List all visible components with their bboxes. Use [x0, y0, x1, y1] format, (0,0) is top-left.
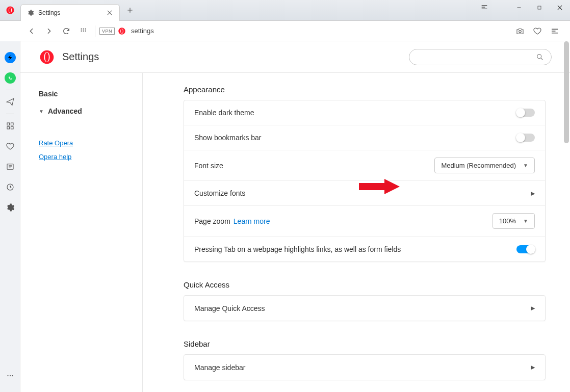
close-window-button[interactable]	[550, 0, 570, 15]
setting-label: Manage Quick Access	[194, 304, 531, 312]
my-flow-button[interactable]	[0, 92, 20, 112]
opera-help-link[interactable]: Opera help	[39, 150, 142, 164]
scrollbar-thumb[interactable]	[564, 41, 569, 143]
setting-page-zoom: Page zoom Learn more 100% ▼	[184, 206, 545, 237]
minimize-icon	[515, 4, 523, 11]
setting-bookmarks-bar[interactable]: Show bookmarks bar	[184, 125, 545, 150]
search-icon	[536, 53, 544, 61]
annotation-arrow-icon	[359, 179, 400, 194]
sidebar-card: Manage sidebar ▶	[184, 354, 546, 380]
setting-label: Page zoom	[194, 217, 230, 225]
divider	[6, 90, 14, 90]
chevron-down-icon: ▼	[523, 163, 528, 168]
whatsapp-icon	[5, 72, 16, 84]
maximize-icon	[536, 5, 542, 11]
chevron-right-icon: ▶	[531, 364, 535, 371]
chevron-right-icon: ▶	[531, 305, 535, 311]
news-icon	[6, 162, 15, 171]
chevron-right-icon: ▶	[531, 190, 535, 197]
setting-label: Enable dark theme	[194, 109, 516, 117]
settings-search-input[interactable]	[409, 49, 552, 65]
svg-marker-14	[359, 179, 400, 194]
quick-access-card: Manage Quick Access ▶	[184, 295, 546, 321]
select-value: Medium (Recommended)	[441, 162, 516, 169]
browser-toolbar: VPN settings	[20, 21, 570, 41]
chevron-down-icon: ▼	[523, 218, 528, 224]
grid-icon	[80, 27, 88, 35]
plus-icon	[126, 7, 134, 14]
chevron-down-icon: ▼	[39, 109, 44, 114]
more-button[interactable]	[0, 365, 20, 386]
nav-advanced[interactable]: ▼Advanced	[39, 102, 142, 120]
toggle-dark-theme[interactable]	[516, 109, 535, 117]
menu-icon	[480, 3, 488, 11]
divider	[95, 25, 95, 37]
tab-title: Settings	[38, 9, 102, 16]
tab-menu-button[interactable]	[480, 3, 488, 13]
rate-opera-link[interactable]: Rate Opera	[39, 136, 142, 150]
opera-menu-button[interactable]	[0, 0, 20, 21]
camera-icon	[515, 27, 525, 36]
settings-nav: Basic ▼Advanced Rate Opera Opera help	[20, 73, 143, 392]
send-icon	[6, 97, 15, 107]
toggle-bookmarks-bar[interactable]	[516, 134, 535, 142]
page-zoom-select[interactable]: 100% ▼	[493, 213, 535, 229]
opera-logo-icon	[39, 49, 55, 65]
select-value: 100%	[499, 217, 516, 225]
setting-manage-quick-access[interactable]: Manage Quick Access ▶	[184, 296, 545, 321]
setting-dark-theme[interactable]: Enable dark theme	[184, 100, 545, 125]
setting-font-size: Font size Medium (Recommended) ▼	[184, 150, 545, 181]
opera-logo-icon	[6, 6, 15, 15]
heart-icon	[533, 27, 542, 36]
minimize-button[interactable]	[509, 0, 529, 15]
setting-tab-highlights[interactable]: Pressing Tab on a webpage highlights lin…	[184, 237, 545, 262]
close-icon[interactable]	[106, 9, 113, 16]
settings-button[interactable]	[0, 197, 20, 218]
speed-dial-button[interactable]	[0, 116, 20, 136]
nav-label: Advanced	[48, 107, 82, 115]
new-tab-button[interactable]	[123, 3, 137, 17]
dots-icon	[6, 371, 15, 380]
bookmarks-button[interactable]	[0, 136, 20, 156]
gear-icon	[6, 203, 15, 212]
reload-icon	[62, 27, 70, 35]
speed-dial-button[interactable]	[76, 24, 91, 38]
news-button[interactable]	[0, 156, 20, 177]
setting-label: Show bookmarks bar	[194, 134, 516, 142]
nav-label: Basic	[39, 90, 58, 98]
page-title: Settings	[62, 51, 99, 63]
messenger-icon	[5, 52, 16, 63]
section-title-sidebar: Sidebar	[184, 339, 546, 348]
whatsapp-button[interactable]	[0, 68, 20, 88]
section-title-quick-access: Quick Access	[184, 280, 546, 289]
divider	[6, 114, 14, 114]
app-sidebar	[0, 41, 20, 392]
browser-tab[interactable]: Settings	[20, 4, 120, 21]
setting-label: Font size	[194, 162, 434, 170]
maximize-button[interactable]	[529, 0, 550, 15]
toggle-tab-highlights[interactable]	[516, 245, 535, 253]
font-size-select[interactable]: Medium (Recommended) ▼	[434, 158, 535, 173]
history-button[interactable]	[0, 177, 20, 197]
forward-button[interactable]	[42, 24, 56, 38]
close-icon	[556, 4, 563, 11]
reload-button[interactable]	[59, 24, 73, 38]
easy-setup-button[interactable]	[548, 24, 562, 38]
snapshot-button[interactable]	[513, 24, 527, 38]
setting-manage-sidebar[interactable]: Manage sidebar ▶	[184, 355, 545, 380]
back-button[interactable]	[24, 24, 39, 38]
vpn-badge[interactable]: VPN	[99, 28, 115, 35]
messenger-button[interactable]	[0, 47, 20, 68]
gear-icon	[27, 9, 34, 16]
settings-header: Settings	[20, 41, 570, 73]
learn-more-link[interactable]: Learn more	[234, 217, 270, 225]
bookmark-heart-button[interactable]	[530, 24, 545, 38]
clock-icon	[6, 182, 15, 192]
forward-icon	[45, 27, 53, 35]
window-titlebar: Settings	[0, 0, 570, 21]
nav-basic[interactable]: Basic	[39, 85, 142, 102]
menu-icon	[550, 27, 559, 36]
address-bar[interactable]: settings	[131, 27, 513, 35]
opera-icon	[118, 27, 126, 35]
setting-label: Pressing Tab on a webpage highlights lin…	[194, 245, 516, 253]
